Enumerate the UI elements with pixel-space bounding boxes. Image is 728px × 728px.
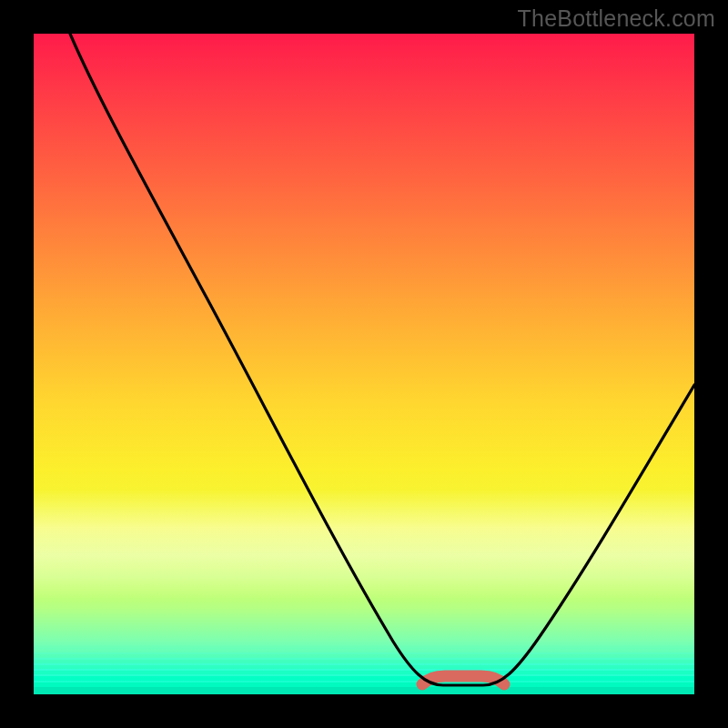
curve-svg	[34, 34, 694, 694]
bottleneck-curve	[70, 34, 694, 685]
plot-area	[34, 34, 694, 694]
watermark-text: TheBottleneck.com	[518, 5, 715, 32]
chart-frame: TheBottleneck.com	[0, 0, 728, 728]
